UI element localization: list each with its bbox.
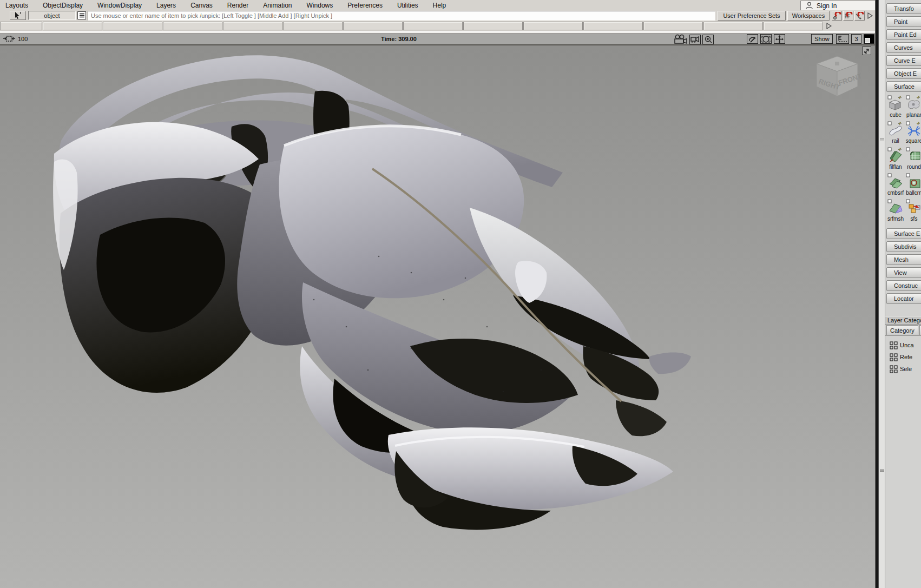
tool-srfmsh[interactable]: srfmsh: [886, 198, 905, 224]
palette-tab-paint[interactable]: Paint: [886, 16, 921, 27]
user-preference-sets-button[interactable]: User Preference Sets: [718, 11, 786, 21]
palette-tab-construction[interactable]: Construc: [886, 280, 921, 291]
prompt-line-input[interactable]: Use mouse or enter name of item to pick …: [88, 11, 715, 21]
menu-item-layers[interactable]: Layers: [156, 2, 176, 9]
snap-grid-icon[interactable]: [832, 11, 842, 21]
look-at-icon[interactable]: [760, 34, 772, 44]
layer-category-referenced[interactable]: Refe: [885, 351, 921, 363]
palette-tab-curve-edit[interactable]: Curve E: [886, 55, 921, 66]
tool-square[interactable]: square: [905, 120, 921, 146]
perspective-viewport[interactable]: RIGHT FRONT: [0, 45, 875, 588]
scrollbar-grip-icon[interactable]: [880, 468, 884, 472]
frame-range-value[interactable]: 100: [18, 36, 28, 42]
shelf-slot[interactable]: [103, 22, 162, 30]
tool-ballcrn[interactable]: ballcrn: [905, 172, 921, 198]
view-cube[interactable]: RIGHT FRONT: [813, 55, 861, 98]
palette-tab-surface-edit[interactable]: Surface E: [886, 228, 921, 239]
layer-categories-header: Layer Categori: [885, 316, 921, 325]
shelf-slot[interactable]: [223, 22, 282, 30]
shelf-slot[interactable]: [403, 22, 463, 30]
shelf-slot[interactable]: [764, 22, 823, 30]
menu-item-windows[interactable]: Windows: [307, 2, 333, 9]
tool-cmbsrf[interactable]: cmbsrf: [886, 172, 905, 198]
pan-view-icon[interactable]: [774, 34, 785, 44]
panel-divider[interactable]: [875, 0, 879, 588]
car-model[interactable]: [0, 45, 875, 588]
shelf-slot[interactable]: [643, 22, 703, 30]
palette-tab-subdivision[interactable]: Subdivis: [886, 241, 921, 252]
zoom-magnifier-icon[interactable]: [702, 35, 714, 44]
palette-tab-paint-edit[interactable]: Paint Ed: [886, 29, 921, 40]
prompt-history-button[interactable]: [77, 11, 86, 19]
layer-category-selected[interactable]: Sele: [885, 363, 921, 375]
tool-planar[interactable]: planar: [905, 94, 921, 120]
palette-tab-object-edit[interactable]: Object E: [886, 68, 921, 79]
palette-tab-mesh[interactable]: Mesh: [886, 254, 921, 265]
movie-camera-icon[interactable]: [673, 34, 688, 45]
layer-category-list: Unca Refe Sele: [885, 336, 921, 375]
render-camera-icon[interactable]: [689, 35, 701, 44]
workspaces-label: Workspaces: [792, 12, 825, 19]
shelf-row: [0, 21, 875, 31]
show-button[interactable]: Show: [811, 34, 833, 44]
menu-item-help[interactable]: Help: [433, 2, 446, 9]
shelf-slot[interactable]: [583, 22, 643, 30]
palette-tab-locators[interactable]: Locator: [886, 293, 921, 304]
menu-item-preferences[interactable]: Preferences: [347, 2, 383, 9]
tab-category[interactable]: Category: [886, 325, 918, 335]
layer-category-uncategorized[interactable]: Unca: [885, 339, 921, 351]
toolbar-overflow-arrow-icon[interactable]: [866, 11, 874, 20]
tool-label: sfs: [911, 216, 918, 222]
menu-item-objectdisplay[interactable]: ObjectDisplay: [43, 2, 83, 9]
panel-scrollbar[interactable]: [879, 0, 885, 588]
shelf-slot[interactable]: [163, 22, 222, 30]
sign-in-button[interactable]: Sign In: [800, 1, 877, 11]
cube-icon: [887, 95, 904, 111]
pick-tool-button[interactable]: [10, 11, 26, 20]
menu-item-layouts[interactable]: Layouts: [5, 2, 28, 9]
ruler-icon[interactable]: [836, 34, 849, 44]
prompt-text: Use mouse or enter name of item to pick …: [91, 12, 332, 19]
menu-item-windowdisplay[interactable]: WindowDisplay: [97, 2, 142, 9]
menu-item-canvas[interactable]: Canvas: [190, 2, 213, 9]
palette-tab-transform[interactable]: Transfo: [886, 3, 921, 14]
snap-curve-icon[interactable]: [843, 11, 853, 21]
shelf-overflow-arrow-icon[interactable]: [825, 22, 833, 30]
round-icon: [906, 147, 921, 163]
sfs-icon: [906, 199, 921, 215]
menu-item-render[interactable]: Render: [227, 2, 248, 9]
menu-item-animation[interactable]: Animation: [263, 2, 292, 9]
layer-swatch-icon[interactable]: [864, 34, 874, 44]
tab-sets[interactable]: S: [919, 325, 921, 335]
shelf-slot[interactable]: [43, 22, 102, 30]
tool-sfs[interactable]: sfs: [905, 198, 921, 224]
tumble-view-icon[interactable]: [747, 34, 758, 44]
viewport-resize-icon[interactable]: [862, 47, 871, 55]
shelf-slot[interactable]: [463, 22, 523, 30]
tool-filflan[interactable]: filflan: [886, 146, 905, 172]
shelf-slot[interactable]: [283, 22, 343, 30]
tool-round[interactable]: round: [905, 146, 921, 172]
pick-type-field[interactable]: object: [28, 11, 76, 20]
palette-tab-view[interactable]: View: [886, 267, 921, 278]
shelf-slot[interactable]: [523, 22, 583, 30]
shelf-slot[interactable]: [343, 22, 403, 30]
palette-tab-surfaces[interactable]: Surface: [886, 81, 921, 92]
tool-rail[interactable]: rail: [886, 120, 905, 146]
ballcrn-icon: [906, 173, 921, 189]
tool-cube[interactable]: cube: [886, 94, 905, 120]
shelf-slot[interactable]: [0, 22, 42, 30]
workspaces-button[interactable]: Workspaces: [787, 11, 830, 21]
snap-cv-icon[interactable]: [854, 11, 865, 21]
alias-window: Layouts ObjectDisplay WindowDisplay Laye…: [0, 0, 921, 588]
layer-number-button[interactable]: 3: [851, 34, 861, 44]
layer-category-tabs: Category S: [885, 325, 921, 336]
tool-palette-panel: Transfo Paint Paint Ed Curves Curve E Ob…: [885, 0, 921, 588]
palette-tab-curves[interactable]: Curves: [886, 42, 921, 53]
shelf-slot[interactable]: [703, 22, 763, 30]
menu-item-utilities[interactable]: Utilities: [397, 2, 418, 9]
filflan-icon: [887, 147, 904, 163]
list-icon: [79, 12, 85, 18]
time-display[interactable]: Time: 309.00: [381, 36, 417, 42]
scrollbar-grip-icon[interactable]: [880, 138, 884, 142]
